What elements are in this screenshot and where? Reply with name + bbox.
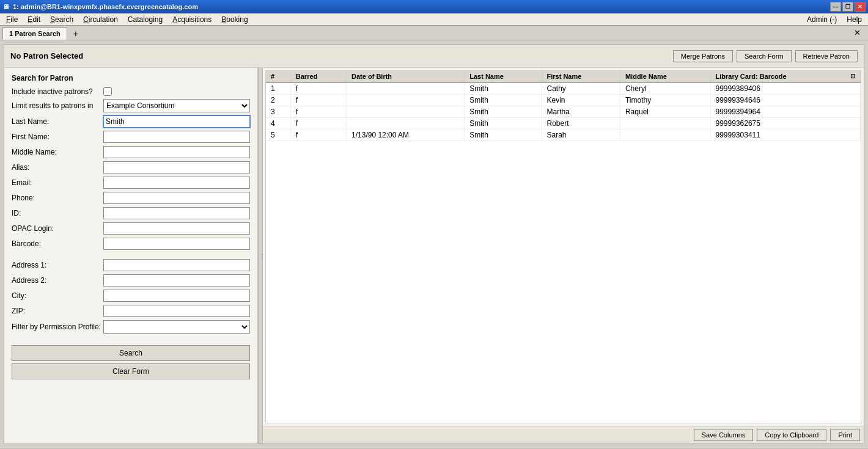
table-row[interactable]: 4fSmithRobert99999362675 — [266, 118, 861, 130]
table-row[interactable]: 3fSmithMarthaRaquel99999394964 — [266, 106, 861, 118]
filter-perm-label: Filter by Permission Profile: — [12, 323, 103, 331]
results-table-container[interactable]: # Barred Date of Birth Last Name First N… — [265, 70, 861, 423]
zip-input[interactable] — [103, 305, 250, 317]
address1-row: Address 1: — [12, 259, 250, 271]
address1-label: Address 1: — [12, 261, 103, 269]
clear-form-button[interactable]: Clear Form — [12, 363, 250, 379]
filter-perm-select[interactable] — [103, 320, 250, 334]
cell-dob: 1/13/90 12:00 AM — [347, 130, 465, 141]
first-name-label: First Name: — [12, 133, 103, 141]
cell-num: 3 — [266, 106, 290, 118]
address1-input[interactable] — [103, 259, 250, 271]
cell-barcode: 99999362675 — [710, 118, 861, 130]
merge-patrons-button[interactable]: Merge Patrons — [673, 50, 733, 62]
cell-first_name: Martha — [542, 106, 620, 118]
include-inactive-checkbox[interactable] — [103, 87, 112, 96]
col-dob: Date of Birth — [347, 71, 465, 82]
menu-edit[interactable]: Edit — [24, 14, 44, 25]
middle-name-label: Middle Name: — [12, 148, 103, 156]
main-content: No Patron Selected Merge Patrons Search … — [4, 44, 864, 444]
alias-row: Alias: — [12, 161, 250, 173]
opac-login-input[interactable] — [103, 222, 250, 235]
menu-cataloging[interactable]: Cataloging — [124, 14, 166, 25]
cell-barcode: 99999389406 — [710, 82, 861, 95]
cell-dob — [347, 82, 465, 95]
search-btn-area: Search Clear Form — [12, 345, 250, 379]
address2-input[interactable] — [103, 274, 250, 287]
search-button[interactable]: Search — [12, 345, 250, 361]
cell-middle_name: Raquel — [620, 106, 710, 118]
tab-close-icon[interactable]: ✕ — [854, 28, 866, 37]
save-columns-button[interactable]: Save Columns — [694, 429, 754, 441]
cell-middle_name: Cheryl — [620, 82, 710, 95]
retrieve-patron-button[interactable]: Retrieve Patron — [795, 50, 858, 62]
middle-name-input[interactable] — [103, 146, 250, 158]
copy-clipboard-button[interactable]: Copy to Clipboard — [757, 429, 826, 441]
maximize-button[interactable]: ❐ — [842, 2, 853, 12]
phone-label: Phone: — [12, 194, 103, 202]
address2-row: Address 2: — [12, 274, 250, 287]
col-middlename: Middle Name — [620, 71, 710, 82]
menu-booking[interactable]: Booking — [218, 14, 251, 25]
col-firstname: First Name — [542, 71, 620, 82]
cell-barred: f — [290, 130, 346, 141]
close-button[interactable]: ✕ — [855, 2, 866, 12]
barcode-label: Barcode: — [12, 239, 103, 248]
table-row[interactable]: 5f1/13/90 12:00 AMSmithSarah99999303411 — [266, 130, 861, 141]
menu-acquisitions[interactable]: Acquisitions — [169, 14, 215, 25]
cell-first_name: Robert — [542, 118, 620, 130]
last-name-row: Last Name: — [12, 115, 250, 128]
city-input[interactable] — [103, 290, 250, 302]
cell-barcode: 99999394964 — [710, 106, 861, 118]
results-bottom: Save Columns Copy to Clipboard Print — [263, 426, 864, 444]
email-row: Email: — [12, 177, 250, 189]
col-barred: Barred — [290, 71, 346, 82]
tab-patron-search[interactable]: 1 Patron Search — [2, 27, 67, 40]
no-patron-label: No Patron Selected — [10, 51, 83, 60]
id-input[interactable] — [103, 207, 250, 219]
limit-results-row: Limit results to patrons in Example Cons… — [12, 99, 250, 112]
results-table: # Barred Date of Birth Last Name First N… — [266, 71, 861, 141]
cell-last_name: Smith — [465, 82, 542, 95]
barcode-input[interactable] — [103, 238, 250, 250]
col-barcode: Library Card: Barcode ⊡ — [710, 71, 861, 82]
print-button[interactable]: Print — [830, 429, 860, 441]
phone-row: Phone: — [12, 192, 250, 204]
opac-login-row: OPAC Login: — [12, 222, 250, 235]
minimize-button[interactable]: — — [830, 2, 841, 12]
menu-circulation[interactable]: Circulation — [79, 14, 122, 25]
cell-last_name: Smith — [465, 95, 542, 106]
table-row[interactable]: 2fSmithKevinTimothy99999394646 — [266, 95, 861, 106]
window-title: 🖥 1: admin@BR1-winxpvmfx.phasefx.evergre… — [2, 3, 198, 10]
alias-input[interactable] — [103, 161, 250, 173]
cell-num: 2 — [266, 95, 290, 106]
table-row[interactable]: 1fSmithCathyCheryl99999389406 — [266, 82, 861, 95]
cell-middle_name — [620, 130, 710, 141]
alias-label: Alias: — [12, 163, 103, 172]
add-tab-button[interactable]: + — [68, 27, 83, 40]
limit-results-select[interactable]: Example Consortium — [103, 99, 250, 112]
cell-middle_name — [620, 118, 710, 130]
search-form-title: Search for Patron — [12, 74, 250, 82]
last-name-input[interactable] — [103, 115, 250, 128]
menu-admin[interactable]: Admin (-) — [803, 14, 840, 25]
include-inactive-label: Include inactive patrons? — [12, 87, 103, 96]
results-panel: # Barred Date of Birth Last Name First N… — [263, 68, 864, 444]
first-name-input[interactable] — [103, 131, 250, 143]
title-text: 1: admin@BR1-winxpvmfx.phasefx.evergreen… — [13, 3, 198, 10]
menu-help[interactable]: Help — [843, 14, 866, 25]
title-icon: 🖥 — [2, 3, 9, 10]
window-controls[interactable]: — ❐ ✕ — [830, 2, 866, 12]
cell-first_name: Cathy — [542, 82, 620, 95]
header-buttons: Merge Patrons Search Form Retrieve Patro… — [673, 50, 858, 62]
cell-last_name: Smith — [465, 130, 542, 141]
menu-search[interactable]: Search — [46, 14, 77, 25]
tab-bar: 1 Patron Search + ✕ — [0, 26, 868, 40]
phone-input[interactable] — [103, 192, 250, 204]
search-form-button[interactable]: Search Form — [737, 50, 792, 62]
middle-name-row: Middle Name: — [12, 146, 250, 158]
menu-file[interactable]: File — [2, 14, 21, 25]
col-lastname: Last Name — [465, 71, 542, 82]
email-input[interactable] — [103, 177, 250, 189]
include-inactive-row: Include inactive patrons? — [12, 87, 250, 96]
